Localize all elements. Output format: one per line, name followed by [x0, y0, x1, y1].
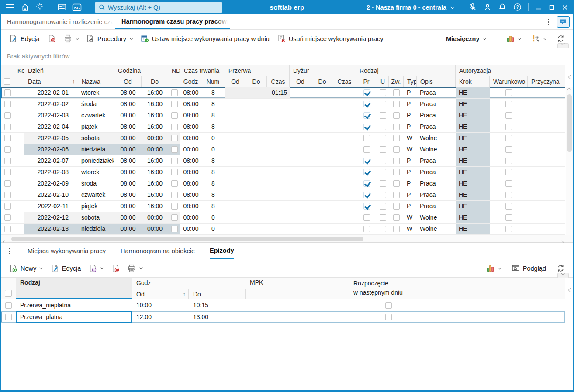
minimize-button[interactable]	[532, 1, 545, 13]
column-header-do[interactable]: Do	[189, 289, 246, 299]
warunkowo-checkbox[interactable]	[490, 167, 528, 178]
pr-checkbox[interactable]	[363, 112, 370, 119]
edit-button[interactable]: Edycja	[5, 32, 44, 45]
zw-checkbox[interactable]	[389, 87, 404, 98]
home-button[interactable]	[17, 1, 32, 13]
next-day-checkbox[interactable]	[385, 302, 392, 309]
nd-checkbox[interactable]	[168, 121, 180, 132]
row-select-checkbox[interactable]	[4, 112, 11, 119]
nd-checkbox[interactable]	[168, 224, 180, 234]
zw-checkbox[interactable]	[393, 226, 400, 232]
column-header-rozpoczecie[interactable]: Rozpoczęcie w następnym dniu	[348, 278, 429, 299]
warunkowo-checkbox[interactable]	[505, 101, 512, 107]
column-header-nazwa[interactable]: Nazwa	[78, 76, 114, 87]
column-header-typ[interactable]: Typ	[404, 76, 417, 87]
u-checkbox[interactable]	[377, 99, 389, 110]
column-header-godz[interactable]: Godz	[180, 76, 201, 87]
column-header-war[interactable]: Warunkowo	[490, 76, 528, 87]
zw-checkbox[interactable]	[389, 155, 404, 166]
period-selector[interactable]: Miesięczny	[442, 32, 490, 45]
delete-button[interactable]	[44, 32, 60, 45]
pr-checkbox[interactable]	[363, 124, 370, 130]
maximize-button[interactable]	[545, 1, 558, 13]
info-button[interactable]	[85, 262, 107, 275]
column-header-dod[interactable]: Od	[290, 76, 311, 87]
column-header-kop[interactable]	[14, 76, 24, 87]
collapse-side-panel-icon[interactable]	[569, 72, 572, 80]
nd-checkbox[interactable]	[168, 87, 180, 98]
zw-checkbox[interactable]	[389, 178, 404, 189]
schedule-row[interactable]: 2022-02-04piątek08:0016:0008:008PPracaHE	[1, 121, 565, 133]
column-header-num[interactable]: Num	[201, 76, 225, 87]
row-select-checkbox[interactable]	[4, 135, 11, 141]
alerts-settings-button[interactable]	[528, 32, 550, 45]
u-checkbox[interactable]	[377, 87, 389, 98]
row-select-checkbox[interactable]	[1, 299, 16, 311]
u-checkbox[interactable]	[380, 169, 386, 175]
warunkowo-checkbox[interactable]	[505, 158, 512, 164]
row-select-checkbox[interactable]	[4, 124, 11, 130]
preview-button[interactable]: Podgląd	[508, 262, 550, 275]
column-header-do1[interactable]: Do	[142, 76, 168, 87]
u-checkbox[interactable]	[380, 124, 386, 130]
row-select-checkbox[interactable]	[1, 99, 14, 110]
comments-button[interactable]	[557, 16, 570, 28]
menu-button[interactable]	[3, 1, 17, 13]
pr-checkbox[interactable]	[356, 144, 377, 155]
help-button[interactable]: ?	[510, 1, 525, 13]
row-select-checkbox[interactable]	[4, 158, 11, 164]
pr-checkbox[interactable]	[356, 87, 377, 98]
pr-checkbox[interactable]	[363, 180, 370, 187]
row-select-checkbox[interactable]	[1, 144, 14, 155]
print-episodes-button[interactable]	[124, 262, 146, 275]
bc-button[interactable]: BC	[69, 1, 84, 13]
nd-checkbox[interactable]	[168, 144, 180, 155]
schedule-row[interactable]: 2022-02-06niedziela00:0000:0000:000WWoln…	[1, 144, 565, 155]
row-select-checkbox[interactable]	[5, 314, 12, 320]
schedule-row[interactable]: 2022-02-12sobota00:0000:0000:000WWolneHE	[1, 212, 565, 224]
nd-checkbox[interactable]	[168, 133, 180, 144]
u-checkbox[interactable]	[380, 180, 386, 187]
warunkowo-checkbox[interactable]	[490, 133, 528, 144]
row-select-checkbox[interactable]	[4, 226, 11, 232]
procedures-button[interactable]: Procedury	[82, 32, 137, 45]
column-header-ddo[interactable]: Do	[311, 76, 333, 87]
pr-checkbox[interactable]	[363, 169, 370, 175]
notifications-button[interactable]	[495, 1, 510, 13]
news-button[interactable]	[55, 1, 69, 13]
schedule-row[interactable]: 2022-02-11piątek08:0016:0008:008PPracaHE	[1, 201, 565, 212]
zw-checkbox[interactable]	[393, 124, 400, 130]
u-checkbox[interactable]	[377, 167, 389, 178]
column-header-krok[interactable]: Krok	[456, 76, 490, 87]
select-all-checkbox[interactable]	[5, 290, 12, 297]
nd-checkbox[interactable]	[171, 203, 178, 210]
zw-checkbox[interactable]	[393, 158, 400, 164]
u-checkbox[interactable]	[377, 144, 389, 155]
pr-checkbox[interactable]	[363, 192, 370, 198]
row-select-checkbox[interactable]	[1, 311, 16, 323]
row-select-checkbox[interactable]	[1, 189, 14, 200]
warunkowo-checkbox[interactable]	[505, 146, 512, 153]
pr-checkbox[interactable]	[356, 178, 377, 189]
schedule-row[interactable]: 2022-02-09środa08:0016:0008:008PPracaHE	[1, 178, 565, 189]
next-day-checkbox[interactable]	[385, 314, 392, 320]
u-checkbox[interactable]	[380, 214, 386, 221]
pr-checkbox[interactable]	[356, 133, 377, 144]
pr-checkbox[interactable]	[356, 212, 377, 223]
warunkowo-checkbox[interactable]	[505, 124, 512, 130]
pr-checkbox[interactable]	[356, 224, 377, 234]
row-select-checkbox[interactable]	[4, 101, 11, 107]
next-day-checkbox[interactable]	[348, 311, 429, 323]
vertical-scrollbar[interactable]	[566, 87, 573, 235]
collapse-bottom-toolbar-button[interactable]	[557, 273, 569, 278]
schedule-row[interactable]: 2022-02-07poniedziałek08:0016:0008:008PP…	[1, 155, 565, 167]
pr-checkbox[interactable]	[356, 110, 377, 121]
nd-checkbox[interactable]	[168, 110, 180, 121]
warunkowo-checkbox[interactable]	[505, 214, 512, 221]
nd-checkbox[interactable]	[168, 189, 180, 200]
column-header-nd[interactable]	[168, 76, 180, 87]
column-header-pczas[interactable]: Czas	[267, 76, 290, 87]
u-checkbox[interactable]	[377, 189, 389, 200]
row-select-checkbox[interactable]	[4, 203, 11, 210]
row-select-checkbox[interactable]	[4, 180, 11, 187]
